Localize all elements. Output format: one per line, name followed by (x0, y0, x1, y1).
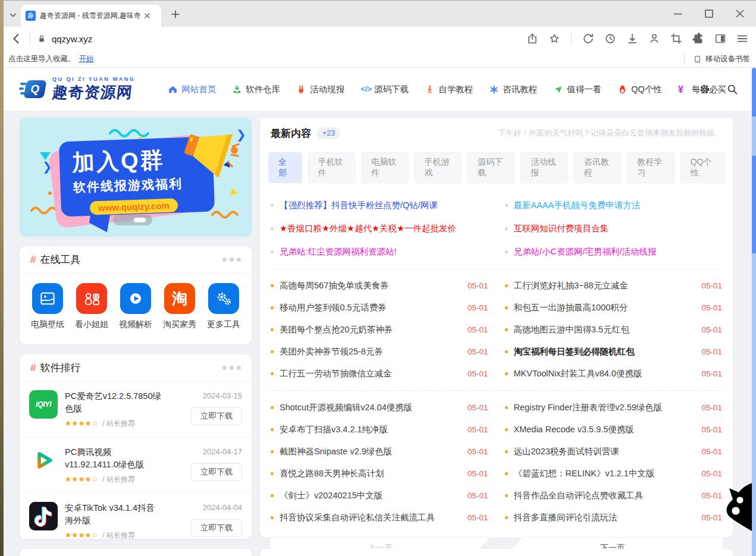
notice-link[interactable]: 互联网知识付费项目合集 (497, 217, 731, 240)
notice-link[interactable]: 【强烈推荐】抖音快手粉丝点赞/Q钻/网课 (262, 194, 497, 217)
list-item[interactable]: 移动用户签到领0.5元话费券05-01 (262, 297, 497, 319)
settings-gear-icon[interactable] (699, 83, 711, 95)
page-scrollbar[interactable] (752, 68, 756, 556)
category-tab[interactable]: 手机软件 (308, 152, 355, 183)
browser-toolbar: qqzyw.xyz (4, 27, 756, 51)
minimize-icon[interactable] (670, 6, 686, 21)
tool-moretools[interactable]: 更多工具 (204, 283, 243, 330)
extensions-icon[interactable] (692, 32, 705, 45)
site-logo[interactable]: Q QU QI ZI YUAN WANG 趣奇资源网 (20, 76, 135, 103)
tool-videoparse[interactable]: 视频解析 (116, 283, 155, 330)
category-tab[interactable]: 全部 (268, 152, 302, 183)
category-tab[interactable]: QQ个性 (680, 152, 724, 183)
downloads-icon[interactable] (626, 32, 639, 45)
tab-close-icon[interactable] (142, 11, 152, 21)
list-item[interactable]: 淘宝福利每日签到必得随机红包05-01 (497, 341, 731, 363)
list-item[interactable]: 美团每个整点抢20元奶茶神券05-01 (262, 319, 497, 341)
browser-tab[interactable]: 趣 趣奇资源网 - 残雪资源网,趣味奇 (21, 5, 161, 27)
tool-wallpaper[interactable]: 电脑壁纸 (28, 283, 67, 330)
favorite-star-icon[interactable] (548, 32, 561, 45)
next-section-card-right (260, 549, 733, 556)
list-item[interactable]: 喜悦之路88天男神长高计划05-01 (262, 463, 497, 485)
more-dots-icon[interactable] (222, 366, 241, 370)
nav-item-home[interactable]: 网站首页 (168, 84, 216, 95)
category-tab[interactable]: 电脑软件 (361, 152, 408, 183)
carousel-dot[interactable] (117, 218, 122, 222)
nav-item-software[interactable]: 软件仓库 (232, 84, 280, 95)
download-now-button[interactable]: 立即下载 (191, 519, 242, 537)
split-screen-icon[interactable] (714, 32, 727, 45)
list-item[interactable]: Shotcut开源视频编辑v24.04便携版05-01 (262, 397, 497, 419)
category-tab[interactable]: 源码下载 (468, 152, 515, 183)
list-item[interactable]: 高德地图云游中国得3.5元红包05-01 (497, 319, 731, 341)
nav-item-label: 网站首页 (181, 84, 216, 95)
online-tools-header: # 在线工具 (20, 246, 252, 274)
tool-taobao[interactable]: 淘淘买家秀 (160, 283, 199, 330)
tab-search-chevron-icon[interactable] (7, 9, 19, 21)
list-item[interactable]: 安卓布丁扫描v3.4.2.1纯净版05-01 (262, 419, 497, 441)
list-item[interactable]: 工行五一劳动节抽微信立减金05-01 (262, 363, 497, 385)
menu-icon[interactable] (736, 32, 749, 45)
list-item[interactable]: 工行浏览好礼抽3~88元立减金05-01 (497, 275, 731, 297)
list-item[interactable]: 《碧蓝幻想：RELINK》v1.2.1中文版05-01 (497, 463, 731, 485)
new-tab-icon[interactable] (170, 8, 181, 20)
maximize-icon[interactable] (701, 6, 717, 21)
list-item[interactable]: 美团外卖神券节领25-8元券05-01 (262, 341, 497, 363)
list-item[interactable]: MKVToolNix封装工具v84.0便携版05-01 (497, 363, 731, 385)
url-text[interactable]: qqzyw.xyz (52, 34, 92, 44)
list-item[interactable]: 远山2023税务面试特训营课05-01 (497, 441, 731, 463)
ranking-item[interactable]: PC腾讯视频v11.92.1411.0绿色版★★★★☆ / 站长推荐2024-0… (20, 438, 252, 494)
back-icon[interactable] (10, 32, 24, 46)
list-item[interactable]: 高德每周567抽免单或美食券05-01 (262, 275, 497, 297)
lock-icon[interactable] (36, 33, 47, 44)
nav-item-news[interactable]: 咨讯教程 (489, 84, 537, 95)
list-item[interactable]: 截图神器Snipaste v2.9绿色版05-01 (262, 441, 497, 463)
category-tab[interactable]: 手机游戏 (415, 152, 462, 183)
nav-item-worthsee[interactable]: 值得一看 (553, 84, 601, 95)
list-item[interactable]: 抖音多直播间评论引流玩法05-01 (497, 507, 731, 529)
mobile-bookmarks[interactable]: 移动设备书签 (684, 54, 750, 64)
category-tab[interactable]: 教程学习 (627, 152, 674, 183)
carousel-dot-active[interactable] (134, 218, 146, 222)
close-window-icon[interactable] (732, 6, 748, 21)
refresh-icon[interactable] (582, 32, 595, 45)
list-item[interactable]: 和包五一出游抽最高1000积分05-01 (497, 297, 731, 319)
notice-link[interactable]: 兄弟站:红尘资源网福利资源站! (262, 240, 497, 263)
nav-item-source[interactable]: </>源码下载 (360, 84, 409, 95)
ranking-item[interactable]: 安卓TikTok v34.1.4抖音海外版★★★★☆ / 站长推荐2024-04… (20, 494, 252, 549)
download-now-button[interactable]: 立即下载 (191, 463, 242, 481)
category-tab[interactable]: 咨讯教程 (574, 152, 621, 183)
promo-banner[interactable]: ❯ ❯ 加入Q群 软件线报游戏福利 www.quqi (20, 118, 252, 237)
bullet-icon (271, 516, 274, 519)
category-tab[interactable]: 活动线报 (520, 152, 567, 183)
list-item[interactable]: Registry Finder注册表管理v2.59绿色版05-01 (497, 397, 731, 419)
carousel-dot[interactable] (126, 218, 130, 222)
more-dots-icon[interactable] (222, 257, 241, 262)
app-date: 2024-04-17 (191, 447, 242, 456)
nav-item-qq[interactable]: QQ个性 (617, 84, 662, 95)
search-icon[interactable] (726, 83, 738, 95)
bullet-icon (505, 204, 508, 207)
list-item[interactable]: 抖音作品全自动评论点赞收藏工具05-01 (497, 485, 731, 507)
screenshot-crop-icon[interactable] (670, 32, 683, 45)
history-icon[interactable] (604, 32, 617, 45)
cat-widget-icon[interactable] (722, 480, 756, 535)
item-date: 05-01 (468, 425, 488, 434)
download-now-button[interactable]: 立即下载 (191, 407, 242, 425)
tool-kuaishou[interactable]: 看小姐姐 (72, 283, 111, 330)
list-item[interactable]: 抖音协议采集自动评论私信关注截流工具05-01 (262, 507, 497, 529)
nav-item-selfstudy[interactable]: 自学教程 (425, 84, 473, 95)
notice-link[interactable]: 兄弟站/小C资源网/宅男福利/活动线报 (497, 240, 731, 263)
profile-icon[interactable] (648, 32, 661, 45)
carousel-dots[interactable] (113, 215, 152, 225)
notice-link[interactable]: 最新AAAA手机靓号免费申请方法 (497, 194, 731, 217)
bookmark-import-start-link[interactable]: 开始 (79, 54, 94, 64)
ranking-item[interactable]: iQIYIPC爱奇艺v12.2.5.7850绿色版★★★★☆ / 站长推荐202… (20, 382, 252, 438)
list-item[interactable]: 《剑士》v20240215中文版05-01 (262, 485, 497, 507)
logo-pinyin: QU QI ZI YUAN WANG (52, 76, 135, 82)
notice-link[interactable]: ★香烟口粮★外烟★越代★关税★一件起批发价 (262, 217, 497, 240)
list-item[interactable]: XMedia Recode v3.5.9.5便携版05-01 (497, 419, 731, 441)
item-date: 05-01 (468, 491, 488, 500)
share-icon[interactable] (526, 32, 539, 45)
nav-item-activity[interactable]: 活动现报 (296, 84, 344, 95)
